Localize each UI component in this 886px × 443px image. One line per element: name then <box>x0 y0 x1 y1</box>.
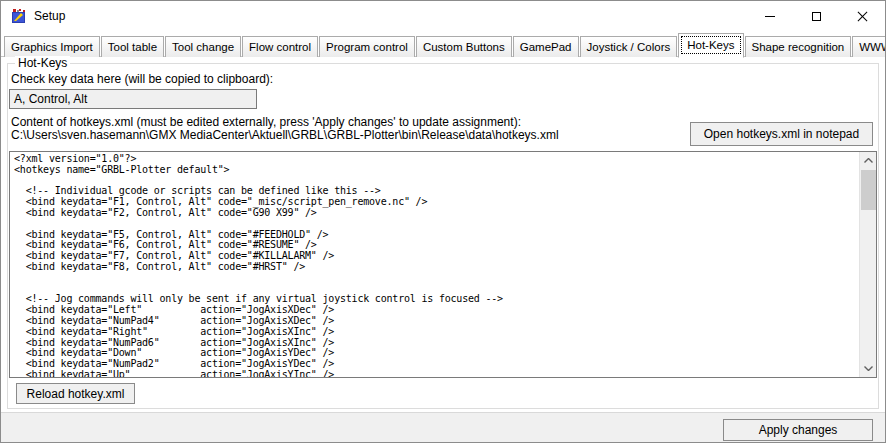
window-title: Setup <box>34 1 65 31</box>
close-icon <box>857 11 868 22</box>
tab-flow-control[interactable]: Flow control <box>242 36 318 57</box>
setup-window: Setup Graphics Import Tool table Tool ch… <box>0 0 886 443</box>
scroll-up-icon[interactable] <box>860 152 877 169</box>
tab-custom-buttons[interactable]: Custom Buttons <box>416 36 512 57</box>
maximize-icon <box>812 12 821 21</box>
bottom-bar: Apply changes <box>1 412 885 442</box>
maximize-button[interactable] <box>793 1 839 31</box>
vertical-scrollbar[interactable] <box>859 152 876 377</box>
tab-hot-keys[interactable]: Hot-Keys <box>678 33 743 58</box>
scrollbar-thumb[interactable] <box>861 170 876 210</box>
apply-changes-button[interactable]: Apply changes <box>723 419 873 441</box>
tab-joystick-colors[interactable]: Joystick / Colors <box>580 36 678 57</box>
tab-tool-table[interactable]: Tool table <box>101 36 164 57</box>
tab-shape-recognition[interactable]: Shape recognition <box>745 36 852 57</box>
app-icon <box>11 8 27 24</box>
minimize-button[interactable] <box>747 1 793 31</box>
groupbox-title: Hot-Keys <box>15 56 70 70</box>
tab-graphics-import[interactable]: Graphics Import <box>4 36 100 57</box>
hotkeys-xml-content: <?xml version="1.0"?> <hotkeys name="GRB… <box>14 154 858 377</box>
reload-hotkey-button[interactable]: Reload hotkey.xml <box>16 383 135 404</box>
tab-tool-change[interactable]: Tool change <box>165 36 241 57</box>
window-controls <box>747 1 885 31</box>
tab-www-links[interactable]: WWW Links <box>852 36 886 57</box>
content-description-label: Content of hotkeys.xml (must be edited e… <box>11 115 521 129</box>
titlebar: Setup <box>1 1 885 31</box>
open-notepad-button[interactable]: Open hotkeys.xml in notepad <box>690 122 873 146</box>
hotkeys-file-path: C:\Users\sven.hasemann\GMX MediaCenter\A… <box>11 128 559 142</box>
tabs: Graphics Import Tool table Tool change F… <box>4 33 886 57</box>
tab-program-control[interactable]: Program control <box>319 36 415 57</box>
key-check-input[interactable]: A, Control, Alt <box>9 89 257 109</box>
tab-gamepad[interactable]: GamePad <box>513 36 579 57</box>
check-key-label: Check key data here (will be copied to c… <box>11 72 273 86</box>
minimize-icon <box>765 16 775 17</box>
scroll-down-icon[interactable] <box>860 360 877 377</box>
close-button[interactable] <box>839 1 885 31</box>
hotkeys-xml-textbox[interactable]: <?xml version="1.0"?> <hotkeys name="GRB… <box>9 151 877 378</box>
tabstrip: Graphics Import Tool table Tool change F… <box>3 32 883 57</box>
